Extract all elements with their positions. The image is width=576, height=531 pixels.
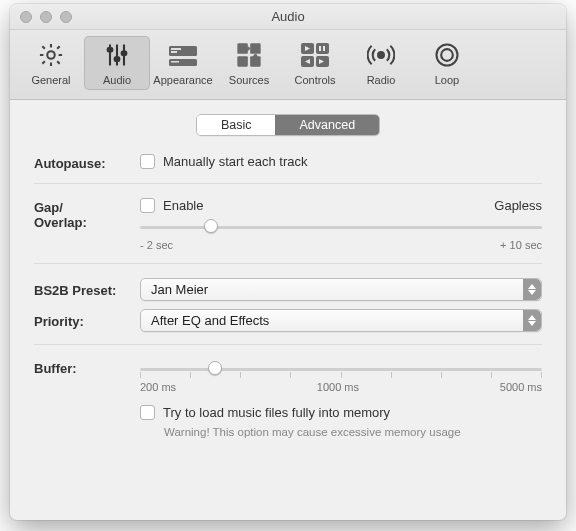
select-value: After EQ and Effects <box>151 313 269 328</box>
sliders-icon <box>101 39 133 71</box>
puzzle-icon <box>233 39 265 71</box>
checkbox[interactable] <box>140 198 155 213</box>
checkbox[interactable] <box>140 405 155 420</box>
svg-rect-2 <box>115 57 120 61</box>
autopause-label: Autopause: <box>34 154 140 171</box>
svg-rect-11 <box>237 56 248 66</box>
tab-switcher: Basic Advanced <box>196 114 380 136</box>
select-stepper-icon <box>523 310 541 331</box>
toolbar-item-audio[interactable]: Audio <box>84 36 150 90</box>
slider-track <box>140 226 542 229</box>
tab-advanced[interactable]: Advanced <box>275 115 379 135</box>
radio-icon <box>365 39 397 71</box>
gapless-label: Gapless <box>494 198 542 213</box>
svg-point-23 <box>441 49 453 61</box>
toolbar-item-radio[interactable]: Radio <box>348 36 414 90</box>
svg-rect-16 <box>316 43 329 54</box>
bs2b-select[interactable]: Jan Meier <box>140 278 542 301</box>
preferences-toolbar: General Audio Appearance Sources Control… <box>10 30 566 100</box>
content-area: Basic Advanced Autopause: Manually start… <box>10 100 566 438</box>
buffer-label: Buffer: <box>34 359 140 376</box>
toolbar-label: Radio <box>367 74 396 86</box>
buffer-slider[interactable] <box>140 361 542 377</box>
checkbox-label: Enable <box>163 198 203 213</box>
svg-point-0 <box>47 51 54 58</box>
svg-point-13 <box>246 46 250 50</box>
memory-checkbox-row[interactable]: Try to load music files fully into memor… <box>140 405 542 420</box>
separator <box>34 344 542 345</box>
select-value: Jan Meier <box>151 282 208 297</box>
priority-select[interactable]: After EQ and Effects <box>140 309 542 332</box>
window-title: Audio <box>10 9 566 24</box>
memory-warning: Warning! This option may cause excessive… <box>164 426 542 438</box>
toolbar-label: Controls <box>295 74 336 86</box>
toolbar-label: General <box>31 74 70 86</box>
gear-icon <box>35 39 67 71</box>
autopause-checkbox-row[interactable]: Manually start each track <box>140 154 542 169</box>
toolbar-label: Audio <box>103 74 131 86</box>
slider-thumb[interactable] <box>208 361 222 375</box>
separator <box>34 263 542 264</box>
checkbox[interactable] <box>140 154 155 169</box>
bs2b-label: BS2B Preset: <box>34 281 140 298</box>
svg-rect-8 <box>171 61 179 63</box>
gap-label: Gap/ Overlap: <box>34 198 140 230</box>
toolbar-item-sources[interactable]: Sources <box>216 36 282 90</box>
svg-point-14 <box>253 54 257 58</box>
toolbar-label: Loop <box>435 74 459 86</box>
loop-icon <box>431 39 463 71</box>
slider-thumb[interactable] <box>204 219 218 233</box>
select-stepper-icon <box>523 279 541 300</box>
svg-rect-3 <box>122 52 127 56</box>
scale-max: + 10 sec <box>500 239 542 251</box>
titlebar: Audio <box>10 4 566 30</box>
scale-tick: 1000 ms <box>317 381 359 393</box>
gap-enable-checkbox-row[interactable]: Enable <box>140 198 203 213</box>
svg-point-21 <box>378 52 384 58</box>
gap-slider[interactable] <box>140 219 542 235</box>
svg-rect-10 <box>250 43 260 54</box>
svg-rect-19 <box>319 46 321 51</box>
toolbar-label: Sources <box>229 74 269 86</box>
toolbar-item-appearance[interactable]: Appearance <box>150 36 216 90</box>
media-controls-icon <box>299 39 331 71</box>
appearance-icon <box>167 39 199 71</box>
priority-label: Priority: <box>34 312 140 329</box>
toolbar-item-controls[interactable]: Controls <box>282 36 348 90</box>
toolbar-label: Appearance <box>153 74 212 86</box>
svg-rect-5 <box>171 48 181 50</box>
svg-rect-20 <box>323 46 325 51</box>
checkbox-label: Manually start each track <box>163 154 308 169</box>
svg-rect-1 <box>108 48 113 52</box>
preferences-window: Audio General Audio Appearance Sources <box>10 4 566 520</box>
scale-tick: 5000 ms <box>500 381 542 393</box>
toolbar-item-loop[interactable]: Loop <box>414 36 480 90</box>
scale-min: - 2 sec <box>140 239 173 251</box>
checkbox-label: Try to load music files fully into memor… <box>163 405 390 420</box>
svg-point-22 <box>437 45 458 66</box>
tab-basic[interactable]: Basic <box>197 115 276 135</box>
toolbar-item-general[interactable]: General <box>18 36 84 90</box>
scale-tick: 200 ms <box>140 381 176 393</box>
slider-track <box>140 368 542 371</box>
separator <box>34 183 542 184</box>
svg-rect-6 <box>171 51 177 53</box>
